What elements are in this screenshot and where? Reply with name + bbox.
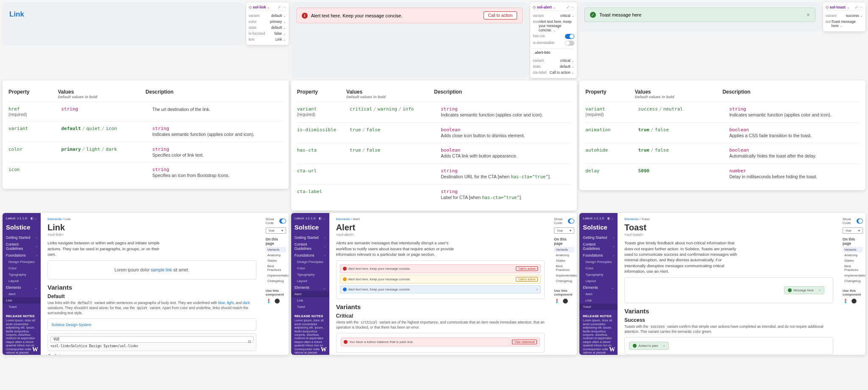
sidebar-subitem[interactable]: Typography [583, 271, 614, 278]
sidebar-item-elements[interactable]: Elements⌄ [295, 284, 326, 291]
svg-point-6 [556, 302, 558, 304]
inspector-name: sol-toast [830, 5, 846, 9]
sidebar-subitem[interactable]: Link [295, 297, 326, 304]
copy-icon[interactable]: ⧉ [248, 339, 251, 344]
sidebar-subitem[interactable]: Color [6, 265, 37, 271]
sidebar-item[interactable]: Content Guidelines› [6, 241, 37, 252]
col-description: Description [723, 89, 860, 99]
sidebar-subitem[interactable]: Typography [6, 271, 37, 278]
framework-dropdown[interactable]: Vue ▾ [266, 227, 286, 234]
toc-item[interactable]: Changelog [843, 278, 863, 284]
toc-item[interactable]: States [266, 258, 286, 263]
inspector-actions[interactable]: ⤢ ⋯ [855, 5, 863, 9]
show-code-toggle[interactable] [279, 219, 286, 224]
sidebar-subitem[interactable]: Layout [295, 278, 326, 284]
sidebar-subitem[interactable]: Layout [6, 278, 37, 284]
link-sample[interactable]: Link [9, 10, 24, 18]
crumb-elements[interactable]: Elements [47, 217, 61, 221]
sidebar-item-elements[interactable]: Elements⌄ [6, 284, 37, 291]
close-icon[interactable]: × [663, 344, 665, 348]
sidebar-subitem[interactable]: Alert [6, 291, 37, 297]
sidebar-item[interactable]: Foundations› [6, 252, 37, 259]
sidebar-item[interactable]: Content Guidelines› [583, 241, 614, 252]
sample-link[interactable]: sample link [151, 268, 172, 272]
toc-item[interactable]: Best Practices [266, 263, 286, 273]
crumb-elements[interactable]: Elements [624, 217, 638, 221]
sidebar-item[interactable]: Foundations› [295, 252, 326, 259]
toast-preview-wrap: ✓ Toast message here × [579, 3, 821, 31]
github-icon[interactable] [274, 298, 280, 304]
property-row: colorprimary / light / darkstringSpecifi… [8, 142, 283, 163]
toc-item[interactable]: Best Practices [843, 263, 863, 273]
mini-cta[interactable]: Call to action [516, 277, 538, 282]
sidebar-subitem[interactable]: Design Principles [6, 259, 37, 265]
close-icon[interactable]: × [536, 288, 538, 291]
sidebar-subitem[interactable]: Alert [291, 291, 329, 297]
sidebar-subitem[interactable]: Alert [583, 291, 614, 297]
toc-item[interactable]: Implementation [843, 273, 863, 278]
figma-icon[interactable] [554, 298, 560, 304]
values-sub: Default values in bold [346, 95, 434, 99]
close-icon[interactable]: × [819, 288, 821, 292]
sidebar-subitem[interactable]: Link [3, 297, 41, 304]
theme-toggle-icon[interactable]: ◐ ⌄ [31, 216, 37, 220]
sidebar-item-elements[interactable]: Elements⌄ [583, 284, 614, 291]
sidebar-item[interactable]: Getting Started› [6, 234, 37, 241]
show-code-label: Show Code [554, 217, 566, 225]
toc-item[interactable]: Anatomy [843, 252, 863, 258]
toc-item[interactable]: Anatomy [266, 252, 286, 258]
sidebar-subitem[interactable]: Color [583, 265, 614, 271]
figma-icon[interactable] [843, 298, 849, 304]
framework-dropdown[interactable]: Vue ▾ [843, 227, 863, 234]
svg-point-9 [845, 301, 846, 302]
framework-select[interactable]: VUE⧉ [50, 336, 253, 343]
github-icon[interactable] [562, 298, 568, 304]
property-row: variant(required)success / neutralstring… [585, 102, 860, 122]
sidebar-subitem[interactable]: Toast [6, 304, 37, 310]
toc-item[interactable]: Variants [554, 247, 574, 252]
sub-inspector-name: _alert-btn [533, 50, 550, 55]
framework-dropdown[interactable]: Vue ▾ [554, 227, 574, 234]
crumb-elements[interactable]: Elements [336, 217, 350, 221]
view-statement-button[interactable]: View statement [512, 340, 537, 344]
show-code-toggle[interactable] [857, 219, 863, 224]
sidebar-subitem[interactable]: Typography [295, 271, 326, 278]
mini-cta[interactable]: Call to action [516, 266, 538, 271]
sidebar-item[interactable]: Content Guidelines› [295, 241, 326, 252]
toc-item[interactable]: States [554, 258, 574, 263]
breadcrumb: Elements / Toast [624, 217, 833, 221]
sidebar-subitem[interactable]: Link [583, 297, 614, 304]
sidebar-subitem[interactable]: Color [295, 265, 326, 271]
theme-toggle-icon[interactable]: ◐ ⌄ [607, 216, 614, 220]
sidebar-item[interactable]: Getting Started› [583, 234, 614, 241]
property-row: is-dismissibletrue / falsebooleanAdds cl… [297, 122, 571, 143]
toc-item[interactable]: Best Practices [554, 263, 574, 273]
theme-toggle-icon[interactable]: ◐ ⌄ [319, 216, 326, 220]
sidebar-subitem[interactable]: Toast [295, 304, 326, 310]
toc-item[interactable]: States [843, 258, 863, 263]
sidebar-subitem[interactable]: Layout [583, 278, 614, 284]
default-paragraph: Use links with the default variant withi… [47, 301, 256, 316]
on-this-page-header: On this page [554, 237, 574, 246]
toc-item[interactable]: Anatomy [554, 252, 574, 258]
chip-link[interactable]: Solstice Design System [51, 323, 92, 327]
toc-item[interactable]: Changelog [266, 278, 286, 284]
alert-cta-button[interactable]: Call to action [484, 11, 517, 19]
inspector-actions[interactable]: ⤢ ⋯ [278, 5, 286, 9]
toc-item[interactable]: Implementation [554, 273, 574, 278]
sidebar-item[interactable]: Foundations› [583, 252, 614, 259]
toc-item[interactable]: Changelog [554, 278, 574, 284]
show-code-toggle[interactable] [568, 219, 574, 224]
close-icon[interactable]: × [807, 11, 810, 18]
toc-item[interactable]: Variants [843, 247, 863, 252]
sidebar-item[interactable]: Getting Started› [295, 234, 326, 241]
inspector-actions[interactable]: ⤢ ⋯ [566, 5, 575, 9]
toc-item[interactable]: Implementation [266, 273, 286, 278]
sidebar-subitem[interactable]: Design Principles [295, 259, 326, 265]
toast-demo-text: Message here [793, 288, 814, 292]
toc-item[interactable]: Variants [266, 247, 286, 252]
sidebar-subitem[interactable]: Toast [579, 304, 618, 310]
figma-icon[interactable] [266, 298, 272, 304]
github-icon[interactable] [851, 298, 857, 304]
sidebar-subitem[interactable]: Design Principles [583, 259, 614, 265]
